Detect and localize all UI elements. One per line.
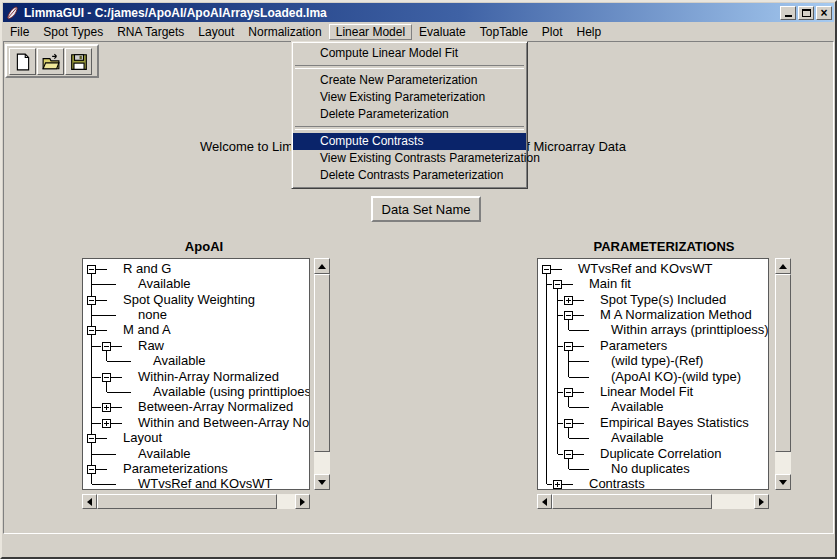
left-tree-horizontal-scrollbar[interactable]: [82, 494, 310, 509]
menu-help[interactable]: Help: [570, 24, 609, 40]
scrollbar-thumb[interactable]: [552, 494, 712, 509]
collapse-box-icon[interactable]: [87, 434, 96, 443]
tree-row-label[interactable]: Available: [611, 399, 664, 414]
tree-connector-line: [573, 300, 584, 301]
scroll-down-button[interactable]: [775, 474, 791, 490]
close-button[interactable]: ×: [816, 6, 832, 20]
scrollbar-thumb[interactable]: [314, 274, 330, 452]
scrollbar-thumb[interactable]: [775, 274, 791, 452]
scroll-left-button[interactable]: [537, 494, 552, 509]
tree-row-label[interactable]: Available: [153, 353, 206, 368]
collapse-box-icon[interactable]: [553, 280, 562, 289]
apoai-tree[interactable]: R and GAvailableSpot Quality Weightingno…: [82, 258, 310, 490]
tree-row-label[interactable]: Within and Between-Array Norm: [138, 415, 310, 430]
collapse-box-icon[interactable]: [564, 342, 573, 351]
collapse-box-icon[interactable]: [87, 296, 96, 305]
menu-file[interactable]: File: [3, 24, 36, 40]
tree-row-label[interactable]: (ApoAI KO)-(wild type): [611, 369, 741, 384]
tree-row-label[interactable]: Contrasts: [589, 476, 645, 490]
linear-model-dropdown: Compute Linear Model Fit Create New Para…: [291, 41, 528, 189]
tree-row-label[interactable]: WTvsRef and KOvsWT: [138, 476, 272, 490]
tree-connector-line: [96, 300, 107, 301]
save-file-button[interactable]: [65, 48, 92, 75]
expand-box-icon[interactable]: [102, 403, 111, 412]
menu-linear-model[interactable]: Linear Model: [329, 24, 412, 40]
right-tree-title: PARAMETERIZATIONS: [537, 239, 791, 254]
right-tree-vertical-scrollbar[interactable]: [775, 258, 791, 490]
scroll-right-button[interactable]: [295, 494, 310, 509]
menu-item-compute-contrasts[interactable]: Compute Contrasts: [293, 133, 526, 150]
menu-rna-targets[interactable]: RNA Targets: [110, 24, 191, 40]
collapse-box-icon[interactable]: [564, 311, 573, 320]
new-file-button[interactable]: [9, 48, 36, 75]
tree-row-label[interactable]: none: [138, 307, 167, 322]
tree-row-label[interactable]: Available: [138, 446, 191, 461]
tree-connector-line: [92, 407, 101, 408]
tree-connector-line: [91, 335, 92, 423]
left-tree-vertical-scrollbar[interactable]: [314, 258, 330, 490]
parameterizations-tree[interactable]: WTvsRef and KOvsWTMain fitSpot Type(s) I…: [537, 258, 769, 490]
menu-item-create-new-parameterization[interactable]: Create New Parameterization: [293, 72, 526, 89]
menu-evaluate[interactable]: Evaluate: [412, 24, 473, 40]
minimize-button[interactable]: [780, 6, 796, 20]
menu-spot-types[interactable]: Spot Types: [36, 24, 110, 40]
tree-row-label[interactable]: Parameters: [600, 338, 667, 353]
tree-connector-line: [96, 269, 107, 270]
menu-item-view-existing-contrasts-parameterization[interactable]: View Existing Contrasts Parameterization: [293, 150, 526, 167]
tree-row-label[interactable]: Linear Model Fit: [600, 384, 693, 399]
tree-connector-line: [92, 454, 116, 455]
menu-layout[interactable]: Layout: [191, 24, 241, 40]
scroll-up-button[interactable]: [314, 258, 330, 274]
tree-connector-line: [96, 438, 107, 439]
tree-row-label[interactable]: Available (using printtiploess): [153, 384, 310, 399]
expand-box-icon[interactable]: [553, 480, 562, 489]
scrollbar-thumb[interactable]: [97, 494, 277, 509]
tree-row-label[interactable]: Parameterizations: [123, 461, 228, 476]
tree-row-label[interactable]: M and A: [123, 322, 171, 337]
collapse-box-icon[interactable]: [542, 265, 551, 274]
tree-row-label[interactable]: WTvsRef and KOvsWT: [578, 261, 712, 276]
collapse-box-icon[interactable]: [564, 450, 573, 459]
tree-connector-line: [557, 289, 558, 454]
menu-toptable[interactable]: TopTable: [473, 24, 535, 40]
tree-row-label[interactable]: Available: [138, 276, 191, 291]
tree-row-label[interactable]: Layout: [123, 430, 162, 445]
menu-normalization[interactable]: Normalization: [241, 24, 328, 40]
tree-row-label[interactable]: M A Normalization Method: [600, 307, 752, 322]
tree-row-label[interactable]: Within-Array Normalized: [138, 369, 279, 384]
tree-row-label[interactable]: No duplicates: [611, 461, 690, 476]
menu-item-compute-linear-model-fit[interactable]: Compute Linear Model Fit: [293, 45, 526, 62]
scroll-left-button[interactable]: [82, 494, 97, 509]
scroll-right-button[interactable]: [754, 494, 769, 509]
menu-plot[interactable]: Plot: [535, 24, 570, 40]
tree-row-label[interactable]: Between-Array Normalized: [138, 399, 293, 414]
right-tree-horizontal-scrollbar[interactable]: [537, 494, 769, 509]
tree-row-label[interactable]: Spot Quality Weighting: [123, 292, 255, 307]
tree-row-label[interactable]: Within arrays (printtiploess) o: [611, 322, 769, 337]
maximize-button[interactable]: [798, 6, 814, 20]
tree-row-label[interactable]: R and G: [123, 261, 171, 276]
expand-box-icon[interactable]: [564, 296, 573, 305]
tree-row-label[interactable]: Spot Type(s) Included: [600, 292, 726, 307]
collapse-box-icon[interactable]: [87, 465, 96, 474]
open-file-button[interactable]: [37, 48, 64, 75]
data-set-name-button[interactable]: Data Set Name: [371, 196, 481, 222]
collapse-box-icon[interactable]: [102, 373, 111, 382]
collapse-box-icon[interactable]: [564, 419, 573, 428]
menu-item-delete-parameterization[interactable]: Delete Parameterization: [293, 106, 526, 123]
tree-row-label[interactable]: (wild type)-(Ref): [611, 353, 703, 368]
tree-row-label[interactable]: Main fit: [589, 276, 631, 291]
expand-box-icon[interactable]: [102, 419, 111, 428]
tree-row-label[interactable]: Available: [611, 430, 664, 445]
menu-item-delete-contrasts-parameterization[interactable]: Delete Contrasts Parameterization: [293, 167, 526, 184]
collapse-box-icon[interactable]: [87, 265, 96, 274]
tree-row-label[interactable]: Empirical Bayes Statistics: [600, 415, 749, 430]
menu-item-view-existing-parameterization[interactable]: View Existing Parameterization: [293, 89, 526, 106]
collapse-box-icon[interactable]: [564, 388, 573, 397]
collapse-box-icon[interactable]: [87, 326, 96, 335]
tree-row-label[interactable]: Duplicate Correlation: [600, 446, 721, 461]
scroll-down-button[interactable]: [314, 474, 330, 490]
scroll-up-button[interactable]: [775, 258, 791, 274]
collapse-box-icon[interactable]: [102, 342, 111, 351]
tree-row-label[interactable]: Raw: [138, 338, 164, 353]
